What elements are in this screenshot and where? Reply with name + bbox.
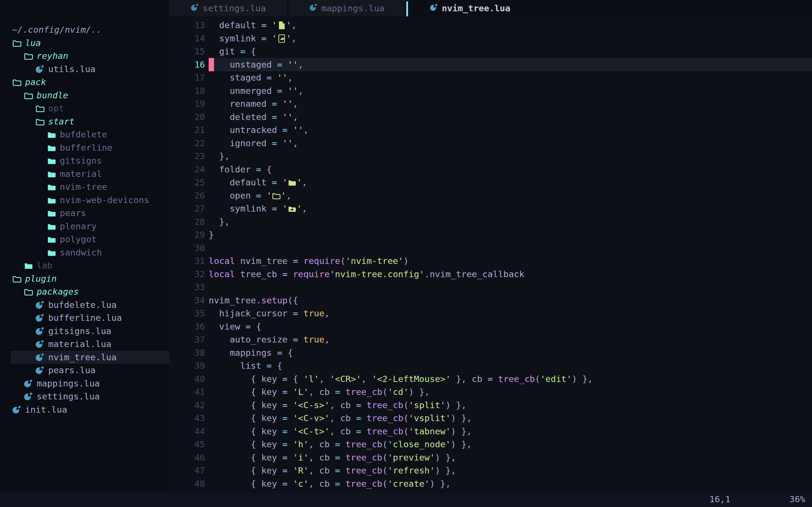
code-line-14[interactable]: 14 symlink = '', xyxy=(169,32,812,45)
line-number: 20 xyxy=(169,110,205,124)
code-line-26[interactable]: 26 open = '', xyxy=(169,189,812,202)
code-line-28[interactable]: 28 }, xyxy=(169,215,812,228)
tree-item-nvim-web-devicons[interactable]: nvim-web-devicons xyxy=(0,193,169,207)
code-text: local tree_cb = require'nvim-tree.config… xyxy=(209,268,524,281)
neovim-window: settings.luamappings.luanvim_tree.lua ~/… xyxy=(0,0,812,507)
line-number: 47 xyxy=(169,464,205,477)
code-line-29[interactable]: 29} xyxy=(169,228,812,241)
code-line-39[interactable]: 39 list = { xyxy=(169,359,812,372)
code-line-13[interactable]: 13 default = '', xyxy=(169,18,812,32)
tree-item-bufdelete[interactable]: bufdelete xyxy=(0,128,169,141)
tree-item-gitsigns.lua[interactable]: gitsigns.lua xyxy=(0,325,169,338)
code-line-47[interactable]: 47 { key = 'R', cb = tree_cb('refresh') … xyxy=(169,464,812,477)
tree-item-opt[interactable]: opt xyxy=(0,102,169,115)
code-line-20[interactable]: 20 deleted = '', xyxy=(169,110,812,124)
tree-item-label: pack xyxy=(25,75,46,89)
folder-open-icon xyxy=(12,38,22,48)
tree-item-label: bufdelete xyxy=(60,128,107,141)
code-line-23[interactable]: 23 }, xyxy=(169,150,812,163)
code-text: unmerged = '', xyxy=(209,84,303,98)
tree-item-pears[interactable]: pears xyxy=(0,207,169,220)
folder-closed-icon xyxy=(47,222,56,231)
line-number: 33 xyxy=(169,281,205,294)
folder-open-icon xyxy=(35,104,45,113)
code-line-46[interactable]: 46 { key = 'i', cb = tree_cb('preview') … xyxy=(169,451,812,464)
tree-item-reyhan[interactable]: reyhan xyxy=(0,49,169,62)
tree-item-init.lua[interactable]: init.lua xyxy=(0,403,169,416)
tree-item-bufferline[interactable]: bufferline xyxy=(0,141,169,154)
code-line-44[interactable]: 44 { key = '<C-t>', cb = tree_cb('tabnew… xyxy=(169,425,812,438)
line-number: 32 xyxy=(169,268,205,281)
tree-item-packages[interactable]: packages xyxy=(0,285,169,298)
code-line-36[interactable]: 36 view = { xyxy=(169,320,812,333)
code-line-30[interactable]: 30 xyxy=(169,241,812,255)
tree-item-lua[interactable]: lua xyxy=(0,36,169,50)
code-line-32[interactable]: 32local tree_cb = require'nvim-tree.conf… xyxy=(169,268,812,281)
code-text: { key = 'c', cb = tree_cb('create') }, xyxy=(209,477,451,490)
tab-settings.lua[interactable]: settings.lua xyxy=(169,0,287,16)
code-line-38[interactable]: 38 mappings = { xyxy=(169,346,812,359)
tab-nvim_tree.lua[interactable]: nvim_tree.lua xyxy=(408,0,532,16)
tree-item-pack[interactable]: pack xyxy=(0,75,169,89)
tree-item-utils.lua[interactable]: utils.lua xyxy=(0,62,169,76)
tree-item-pears.lua[interactable]: pears.lua xyxy=(0,363,169,377)
code-line-17[interactable]: 17 staged = '', xyxy=(169,71,812,84)
code-line-37[interactable]: 37 auto_resize = true, xyxy=(169,333,812,346)
code-line-21[interactable]: 21 untracked = '', xyxy=(169,123,812,136)
tree-item-material.lua[interactable]: material.lua xyxy=(0,337,169,351)
lua-file-icon xyxy=(35,339,45,349)
code-line-41[interactable]: 41 { key = 'L', cb = tree_cb('cd') }, xyxy=(169,385,812,399)
tree-item-start[interactable]: start xyxy=(0,115,169,128)
tree-item-sandwich[interactable]: sandwich xyxy=(0,246,169,259)
code-line-48[interactable]: 48 { key = 'c', cb = tree_cb('create') }… xyxy=(169,477,812,490)
code-line-45[interactable]: 45 { key = 'h', cb = tree_cb('close_node… xyxy=(169,438,812,451)
tree-item-settings.lua[interactable]: settings.lua xyxy=(0,390,169,403)
tree-item-label: bundle xyxy=(37,89,68,102)
tree-item-material[interactable]: material xyxy=(0,167,169,180)
tree-item-plenary[interactable]: plenary xyxy=(0,220,169,233)
tree-item-plugin[interactable]: plugin xyxy=(0,272,169,285)
tree-item-nvim-tree[interactable]: nvim-tree xyxy=(0,180,169,193)
code-line-42[interactable]: 42 { key = '<C-s>', cb = tree_cb('split'… xyxy=(169,399,812,412)
tree-item-label: nvim_tree.lua xyxy=(48,351,117,364)
tab-mappings.lua[interactable]: mappings.lua xyxy=(289,0,405,16)
scroll-percent: 36% xyxy=(790,493,805,506)
tree-root-path[interactable]: ~/.config/nvim/.. xyxy=(0,23,169,36)
folder-open-icon xyxy=(24,287,33,297)
code-line-18[interactable]: 18 unmerged = '', xyxy=(169,84,812,98)
tree-item-gitsigns[interactable]: gitsigns xyxy=(0,154,169,167)
code-line-27[interactable]: 27 symlink = '', xyxy=(169,202,812,215)
tree-item-lab[interactable]: lab xyxy=(0,259,169,272)
code-line-16[interactable]: 16 unstaged = '', xyxy=(169,58,812,71)
code-text: { key = 'R', cb = tree_cb('refresh') }, xyxy=(209,464,456,477)
code-line-34[interactable]: 34nvim_tree.setup({ xyxy=(169,294,812,307)
code-text: default = '', xyxy=(209,176,307,189)
code-text: }, xyxy=(209,215,230,228)
code-line-25[interactable]: 25 default = '', xyxy=(169,176,812,189)
tree-item-label: lua xyxy=(25,36,41,50)
folder-symlink-icon xyxy=(288,203,297,214)
tree-item-bundle[interactable]: bundle xyxy=(0,89,169,102)
code-line-15[interactable]: 15 git = { xyxy=(169,45,812,58)
code-line-22[interactable]: 22 ignored = '', xyxy=(169,136,812,150)
code-line-33[interactable]: 33 xyxy=(169,281,812,294)
code-line-19[interactable]: 19 renamed = '', xyxy=(169,97,812,110)
code-line-40[interactable]: 40 { key = { 'l', '<CR>', '<2-LeftMouse>… xyxy=(169,372,812,386)
tree-item-nvim_tree.lua[interactable]: nvim_tree.lua xyxy=(0,351,169,364)
tree-item-polygot[interactable]: polygot xyxy=(0,233,169,246)
tree-item-mappings.lua[interactable]: mappings.lua xyxy=(0,377,169,390)
code-text: mappings = { xyxy=(209,346,293,359)
editor-buffer[interactable]: 13 default = '',14 symlink = '',15 git =… xyxy=(169,16,812,492)
code-line-31[interactable]: 31local nvim_tree = require('nvim-tree') xyxy=(169,255,812,268)
line-number: 29 xyxy=(169,228,205,241)
code-text: list = { xyxy=(209,359,282,372)
line-number: 21 xyxy=(169,123,205,136)
code-line-35[interactable]: 35 hijack_cursor = true, xyxy=(169,307,812,320)
tree-item-bufferline.lua[interactable]: bufferline.lua xyxy=(0,311,169,325)
line-number: 42 xyxy=(169,399,205,412)
active-tab-indicator xyxy=(406,1,408,16)
code-line-24[interactable]: 24 folder = { xyxy=(169,163,812,176)
line-number: 36 xyxy=(169,320,205,333)
code-line-43[interactable]: 43 { key = '<C-v>', cb = tree_cb('vsplit… xyxy=(169,411,812,425)
tree-item-bufdelete.lua[interactable]: bufdelete.lua xyxy=(0,298,169,312)
